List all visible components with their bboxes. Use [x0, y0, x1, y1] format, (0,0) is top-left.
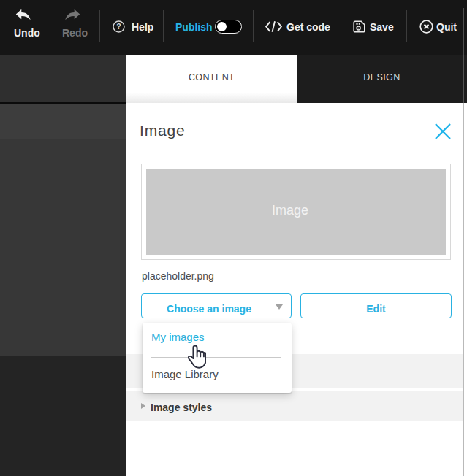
svg-text:?: ? — [116, 22, 121, 31]
